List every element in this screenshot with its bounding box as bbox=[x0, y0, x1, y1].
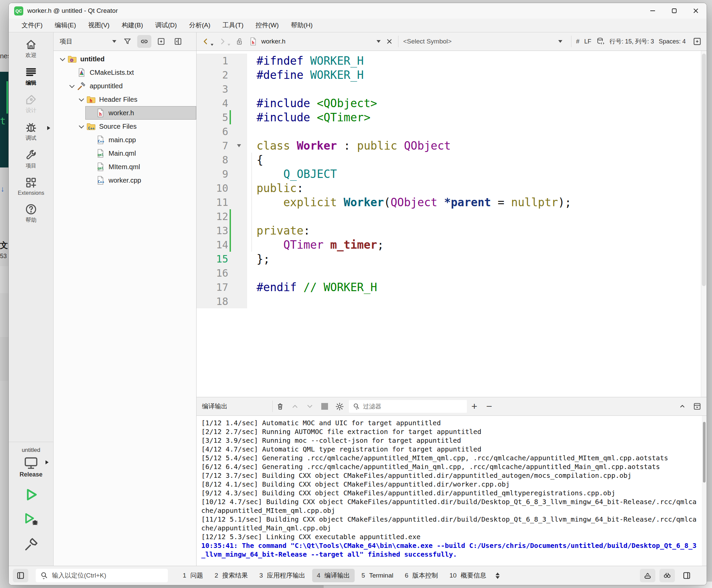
tree-item-untitled[interactable]: untitled bbox=[54, 52, 196, 66]
code-line-9[interactable]: 9 Q_OBJECT bbox=[197, 167, 701, 181]
output-filter-input[interactable] bbox=[362, 403, 445, 411]
chevron-down-icon[interactable] bbox=[77, 98, 86, 101]
code-line-12[interactable]: 12 bbox=[197, 209, 701, 224]
tree-item-content[interactable]: C++worker.cpp bbox=[85, 173, 196, 187]
menu-item-1[interactable]: 文件(F) bbox=[16, 20, 48, 31]
maximize-output-button[interactable] bbox=[675, 400, 690, 413]
back-history-caret-icon[interactable] bbox=[211, 44, 213, 46]
symbol-selector[interactable]: <Select Symbol> bbox=[403, 38, 566, 45]
tree-item-content[interactable]: appuntitled bbox=[66, 79, 196, 93]
tree-item-source-files[interactable]: C++Source Files bbox=[54, 120, 196, 133]
compile-output-log[interactable]: [1/12 1.4/sec] Automatic MOC and UIC for… bbox=[197, 416, 707, 566]
tree-item-content[interactable]: hworker.h bbox=[85, 106, 196, 120]
tree-item-main.qml[interactable]: qmlMain.qml bbox=[54, 147, 196, 160]
code-line-10[interactable]: 10public: bbox=[197, 181, 701, 195]
code-model-icon[interactable] bbox=[596, 37, 605, 46]
tree-item-content[interactable]: untitled bbox=[57, 52, 196, 66]
code-line-8[interactable]: 8{ bbox=[197, 153, 701, 167]
back-button[interactable] bbox=[201, 37, 213, 46]
output-tab-10[interactable]: 10概要信息 bbox=[445, 569, 491, 582]
close-button[interactable] bbox=[685, 3, 707, 19]
tree-item-content[interactable]: hHeader Files bbox=[76, 93, 196, 106]
fold-marker-icon[interactable] bbox=[237, 144, 241, 147]
output-tab-3[interactable]: 3应用程序输出 bbox=[255, 569, 310, 582]
code-line-15[interactable]: 15}; bbox=[197, 252, 701, 266]
pane-cycle-arrows[interactable] bbox=[495, 572, 500, 579]
sidebar-mode-design[interactable]: 设计 bbox=[9, 90, 53, 117]
search-results-panel-button[interactable] bbox=[659, 569, 675, 582]
add-pane-button[interactable] bbox=[154, 35, 168, 48]
stop-button[interactable] bbox=[317, 400, 332, 413]
editor-scrollbar[interactable] bbox=[701, 51, 707, 397]
sidebar-mode-home[interactable]: 欢迎 bbox=[9, 34, 53, 62]
editor-scrollbar-thumb[interactable] bbox=[702, 54, 706, 286]
code-line-5[interactable]: 5#include <QTimer> bbox=[197, 110, 701, 124]
output-tab-1[interactable]: 1问题 bbox=[178, 569, 208, 582]
code-line-14[interactable]: 14 QTimer m_timer; bbox=[197, 237, 701, 252]
run-button[interactable] bbox=[23, 487, 39, 502]
code-line-4[interactable]: 4#include <QObject> bbox=[197, 96, 701, 110]
menu-item-2[interactable]: 编辑(E) bbox=[49, 20, 81, 31]
locator-field[interactable] bbox=[36, 569, 168, 582]
chevron-down-icon[interactable] bbox=[112, 40, 116, 43]
line-ending-button[interactable]: LF bbox=[584, 38, 591, 45]
previous-item-button[interactable] bbox=[288, 400, 302, 413]
output-scrollbar[interactable] bbox=[702, 416, 707, 566]
tree-item-worker.h[interactable]: hworker.h bbox=[54, 106, 196, 120]
output-tab-2[interactable]: 2搜索结果 bbox=[210, 569, 253, 582]
tree-item-content[interactable]: qmlMItem.qml bbox=[85, 160, 196, 173]
next-item-button[interactable] bbox=[302, 400, 317, 413]
clear-output-button[interactable] bbox=[273, 400, 288, 413]
code-line-2[interactable]: 2#define WORKER_H bbox=[197, 68, 701, 82]
code-line-18[interactable]: 18 bbox=[197, 294, 701, 308]
sidebar-mode-debug[interactable]: 调试 bbox=[9, 117, 53, 145]
forward-history-caret-icon[interactable] bbox=[227, 44, 230, 46]
build-button[interactable] bbox=[23, 537, 39, 552]
tree-item-content[interactable]: qmlMain.qml bbox=[85, 147, 196, 160]
output-tab-5[interactable]: 5Terminal bbox=[357, 569, 398, 582]
tree-item-main.cpp[interactable]: C++main.cpp bbox=[54, 133, 196, 147]
menu-item-9[interactable]: 帮助(H) bbox=[286, 20, 318, 31]
split-editor-button[interactable] bbox=[692, 37, 702, 46]
menu-item-8[interactable]: 控件(W) bbox=[250, 20, 284, 31]
tree-item-appuntitled[interactable]: appuntitled bbox=[54, 79, 196, 93]
code-line-1[interactable]: 1#ifndef WORKER_H bbox=[197, 54, 701, 68]
sidebar-mode-edit[interactable]: 编辑 bbox=[9, 62, 53, 90]
minimize-button[interactable] bbox=[642, 3, 664, 19]
tree-item-worker.cpp[interactable]: C++worker.cpp bbox=[54, 173, 196, 187]
code-line-17[interactable]: 17#endif // WORKER_H bbox=[197, 280, 701, 294]
project-pane-selector[interactable]: 项目 bbox=[60, 37, 73, 46]
tree-item-mitem.qml[interactable]: qmlMItem.qml bbox=[54, 160, 196, 173]
tree-item-header-files[interactable]: hHeader Files bbox=[54, 93, 196, 106]
code-line-16[interactable]: 16 bbox=[197, 266, 701, 280]
zoom-out-output-button[interactable]: − bbox=[482, 401, 496, 412]
document-selector[interactable]: h worker.h bbox=[248, 36, 381, 46]
output-tab-6[interactable]: 6版本控制 bbox=[400, 569, 443, 582]
tree-item-content[interactable]: C++Source Files bbox=[76, 120, 196, 133]
sidebar-mode-help[interactable]: 帮助 bbox=[9, 199, 53, 227]
debug-run-button[interactable] bbox=[23, 511, 39, 527]
zoom-in-output-button[interactable]: + bbox=[467, 401, 482, 412]
output-tab-4[interactable]: 4编译输出 bbox=[312, 569, 355, 582]
code-line-7[interactable]: 7class Worker : public QObject bbox=[197, 139, 701, 153]
toggle-left-sidebar-button[interactable] bbox=[13, 569, 28, 582]
cursor-position-indicator[interactable]: 行号: 15, 列号: 3 bbox=[610, 37, 654, 45]
code-line-13[interactable]: 13private: bbox=[197, 224, 701, 237]
forward-button[interactable] bbox=[218, 37, 230, 46]
macro-expander-button[interactable]: # bbox=[576, 38, 579, 45]
tree-item-cmakelists.txt[interactable]: CMakeLists.txt bbox=[54, 66, 196, 79]
symbol-dropdown-caret-icon[interactable] bbox=[558, 40, 562, 43]
output-settings-button[interactable] bbox=[332, 400, 347, 413]
maximize-button[interactable] bbox=[664, 3, 685, 19]
debug-flyout-arrow-icon[interactable] bbox=[47, 126, 50, 130]
code-editor[interactable]: 1#ifndef WORKER_H2#define WORKER_H34#inc… bbox=[197, 51, 707, 397]
tree-item-content[interactable]: C++main.cpp bbox=[85, 133, 196, 147]
output-filter-field[interactable] bbox=[349, 400, 467, 413]
locator-input[interactable] bbox=[51, 571, 168, 580]
code-line-6[interactable]: 6 bbox=[197, 124, 701, 139]
chevron-down-icon[interactable] bbox=[67, 85, 77, 87]
sidebar-mode-projects[interactable]: 项目 bbox=[9, 145, 53, 172]
menu-item-5[interactable]: 调试(D) bbox=[150, 20, 182, 31]
tree-item-content[interactable]: CMakeLists.txt bbox=[66, 66, 196, 79]
menu-item-3[interactable]: 视图(V) bbox=[83, 20, 115, 31]
